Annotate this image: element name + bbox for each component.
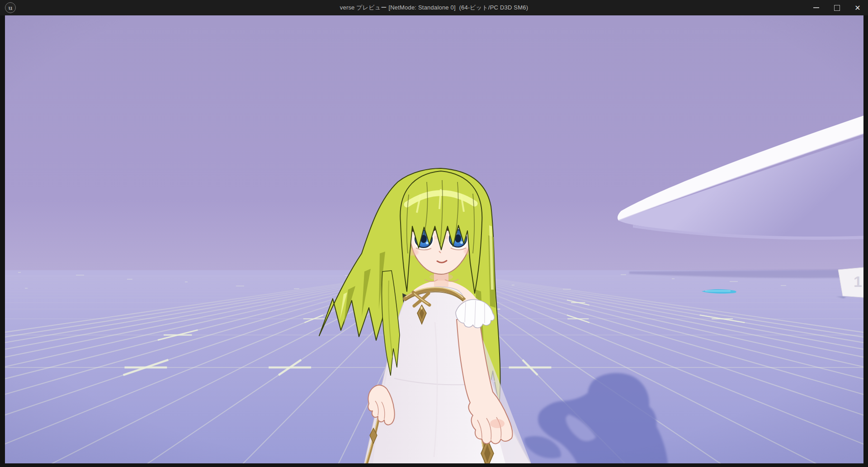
titlebar[interactable]: u verse プレビュー [NetMode: Standalone 0] (6… xyxy=(0,0,868,15)
maximize-button[interactable] xyxy=(826,0,847,15)
game-viewport[interactable]: 1 xyxy=(5,15,863,463)
window-title: verse プレビュー [NetMode: Standalone 0] (64-… xyxy=(0,0,868,15)
unreal-engine-logo-icon[interactable]: u xyxy=(5,2,16,13)
close-button[interactable]: ✕ xyxy=(847,0,868,15)
window-controls: ✕ xyxy=(806,0,868,15)
unreal-preview-window: { "window": { "app_icon": "unreal-engine… xyxy=(0,0,868,467)
maximize-icon xyxy=(834,5,840,11)
vignette xyxy=(5,15,863,463)
viewport-canvas: 1 xyxy=(5,15,863,463)
minimize-icon xyxy=(813,7,819,8)
minimize-button[interactable] xyxy=(806,0,826,15)
